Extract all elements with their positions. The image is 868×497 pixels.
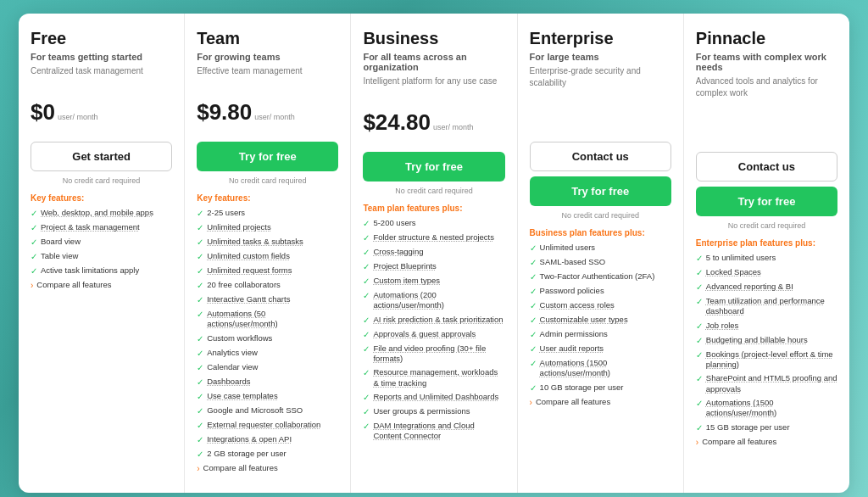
feature-text-pinnacle-3: Team utilization and performance dashboa… [706,296,837,317]
feature-item-team-4: ✓Unlimited request forms [197,265,338,276]
feature-text-free-1: Project & task management [41,222,140,232]
feature-text-business-11: User groups & permissions [373,406,470,416]
feature-text-pinnacle-0: 5 to unlimited users [706,253,776,263]
check-icon-enterprise-6: ✓ [530,329,537,340]
check-icon-free-0: ✓ [31,208,37,219]
check-icon-team-0: ✓ [197,208,203,219]
no-credit-free: No credit card required [31,176,172,185]
price-label-team: user/ month [254,113,295,122]
feature-text-team-17: Compare all features [203,463,278,473]
arrow-icon-pinnacle-10: › [696,437,698,448]
feature-item-team-9: ✓Analytics view [197,348,338,359]
feature-text-team-13: Google and Microsoft SSO [207,405,303,416]
check-icon-team-15: ✓ [197,434,203,445]
try-free-button-business[interactable]: Try for free [363,152,504,181]
contact-button-enterprise[interactable]: Contact us [530,142,671,171]
try-free-button-enterprise[interactable]: Try for free [530,176,671,206]
feature-text-enterprise-4: Custom access roles [540,300,615,310]
check-icon-business-1: ✓ [363,232,370,243]
check-icon-team-4: ✓ [197,265,203,276]
feature-text-pinnacle-7: SharePoint and HTML5 proofing and approv… [706,373,837,394]
get-started-button-free[interactable]: Get started [31,142,172,171]
feature-item-enterprise-1: ✓SAML-based SSO [530,257,671,268]
feature-item-business-5: ✓Automations (200 actions/user/month) [363,290,504,311]
feature-item-team-16: ✓2 GB storage per user [197,449,338,460]
plan-col-business: BusinessFor all teams across an organiza… [351,14,517,493]
price-label-free: user/ month [58,113,98,122]
feature-text-team-11: Dashboards [207,377,250,387]
feature-text-enterprise-0: Unlimited users [540,243,595,253]
feature-item-team-5: ✓20 free collaborators [197,280,338,291]
check-icon-team-3: ✓ [197,251,203,262]
feature-text-enterprise-7: User audit reports [540,343,604,354]
feature-item-business-3: ✓Project Blueprints [363,261,504,272]
feature-text-business-4: Custom item types [373,276,440,286]
feature-item-business-12: ✓DAM Integrations and Cloud Content Conn… [363,421,504,442]
feature-text-business-1: Folder structure & nested projects [373,232,494,243]
check-icon-business-11: ✓ [363,406,370,417]
check-icon-business-3: ✓ [363,261,370,272]
check-icon-team-6: ✓ [197,294,203,305]
check-icon-pinnacle-1: ✓ [696,267,703,278]
feature-item-pinnacle-2: ✓Advanced reporting & BI [696,282,837,293]
feature-text-team-15: Integrations & open API [207,434,292,444]
feature-item-pinnacle-9: ✓15 GB storage per user [696,422,837,433]
check-icon-free-4: ✓ [31,265,37,276]
plan-name-business: Business [363,29,504,48]
plan-name-free: Free [31,29,172,48]
features-label-free: Key features: [31,193,172,203]
check-icon-team-16: ✓ [197,449,203,460]
feature-item-team-17: ›Compare all features [197,463,338,474]
plan-subtitle-team: For growing teams [197,52,338,62]
check-icon-business-0: ✓ [363,218,370,229]
plan-col-team: TeamFor growing teamsEffective team mana… [185,14,351,493]
feature-item-pinnacle-10: ›Compare all features [696,437,837,448]
try-free-button-pinnacle[interactable]: Try for free [696,187,837,216]
feature-item-team-2: ✓Unlimited tasks & subtasks [197,237,338,248]
feature-item-team-0: ✓2-25 users [197,208,338,219]
feature-item-business-4: ✓Custom item types [363,276,504,287]
feature-text-team-5: 20 free collaborators [207,280,281,290]
feature-text-pinnacle-10: Compare all features [702,437,776,447]
feature-item-team-11: ✓Dashboards [197,377,338,388]
feature-item-business-6: ✓AI risk prediction & task prioritizatio… [363,315,504,326]
plan-subtitle-free: For teams getting started [31,52,172,62]
feature-item-team-8: ✓Custom workflows [197,333,338,344]
feature-item-pinnacle-8: ✓Automations (1500 actions/user/month) [696,398,837,419]
check-icon-pinnacle-5: ✓ [696,335,703,346]
feature-text-team-10: Calendar view [207,362,258,372]
feature-item-free-4: ✓Active task limitations apply [31,265,172,276]
feature-text-free-5: Compare all features [36,280,111,290]
check-icon-team-9: ✓ [197,348,203,359]
feature-item-free-2: ✓Board view [31,237,172,248]
check-icon-pinnacle-3: ✓ [696,296,703,307]
feature-item-team-13: ✓Google and Microsoft SSO [197,405,338,416]
try-free-button-team[interactable]: Try for free [197,142,338,171]
feature-text-business-7: Approvals & guest approvals [373,329,476,339]
feature-text-enterprise-9: 10 GB storage per user [540,383,624,393]
check-icon-business-6: ✓ [363,315,370,326]
plan-col-enterprise: EnterpriseFor large teamsEnterprise-grad… [518,14,684,493]
feature-text-pinnacle-6: Bookings (project-level effort & time pl… [706,349,837,371]
feature-text-business-10: Reports and Unlimited Dashboards [373,392,498,402]
feature-text-team-14: External requester collaboration [207,420,320,430]
contact-button-pinnacle[interactable]: Contact us [696,152,837,181]
feature-text-free-0: Web, desktop, and mobile apps [41,208,153,218]
feature-item-enterprise-10: ›Compare all features [530,397,671,408]
feature-item-business-10: ✓Reports and Unlimited Dashboards [363,392,504,403]
feature-text-team-0: 2-25 users [207,208,245,218]
arrow-icon-team-17: › [197,463,199,474]
feature-text-enterprise-1: SAML-based SSO [540,257,606,267]
feature-text-free-2: Board view [41,237,81,247]
feature-item-team-1: ✓Unlimited projects [197,222,338,233]
feature-item-enterprise-4: ✓Custom access roles [530,300,671,311]
check-icon-enterprise-9: ✓ [530,383,537,394]
feature-item-enterprise-5: ✓Customizable user types [530,315,671,326]
feature-text-team-8: Custom workflows [207,333,272,343]
check-icon-business-7: ✓ [363,329,370,340]
feature-item-pinnacle-3: ✓Team utilization and performance dashbo… [696,296,837,317]
check-icon-team-5: ✓ [197,280,203,291]
feature-text-pinnacle-4: Job roles [706,321,739,331]
check-icon-team-10: ✓ [197,362,203,373]
check-icon-team-14: ✓ [197,420,203,431]
